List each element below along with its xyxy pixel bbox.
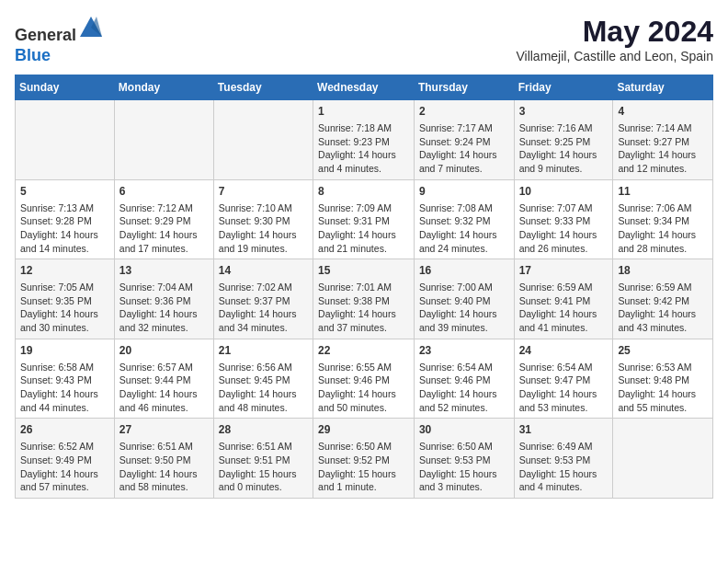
day-info: Sunrise: 7:09 AM Sunset: 9:31 PM Dayligh…	[318, 201, 409, 256]
calendar-cell: 25Sunrise: 6:53 AM Sunset: 9:48 PM Dayli…	[613, 339, 713, 419]
day-info: Sunrise: 7:00 AM Sunset: 9:40 PM Dayligh…	[419, 281, 509, 335]
weekday-header-saturday: Saturday	[613, 75, 713, 100]
day-number: 29	[318, 422, 409, 438]
day-number: 19	[20, 343, 109, 359]
day-info: Sunrise: 7:16 AM Sunset: 9:25 PM Dayligh…	[519, 121, 609, 176]
day-number: 8	[318, 184, 409, 200]
calendar-week-row: 5Sunrise: 7:13 AM Sunset: 9:28 PM Daylig…	[16, 179, 713, 259]
day-info: Sunrise: 7:12 AM Sunset: 9:29 PM Dayligh…	[119, 201, 209, 256]
day-number: 25	[618, 343, 708, 359]
day-number: 1	[318, 104, 409, 120]
day-number: 5	[20, 184, 109, 200]
day-number: 14	[219, 263, 308, 279]
day-info: Sunrise: 6:57 AM Sunset: 9:44 PM Dayligh…	[119, 361, 209, 415]
calendar-cell: 14Sunrise: 7:02 AM Sunset: 9:37 PM Dayli…	[213, 259, 313, 339]
day-number: 16	[419, 263, 509, 279]
day-info: Sunrise: 7:05 AM Sunset: 9:35 PM Dayligh…	[20, 281, 109, 335]
day-number: 9	[419, 184, 509, 200]
day-info: Sunrise: 6:50 AM Sunset: 9:53 PM Dayligh…	[419, 440, 509, 494]
calendar-cell: 19Sunrise: 6:58 AM Sunset: 9:43 PM Dayli…	[16, 339, 115, 419]
calendar-cell: 23Sunrise: 6:54 AM Sunset: 9:46 PM Dayli…	[414, 339, 514, 419]
day-info: Sunrise: 7:08 AM Sunset: 9:32 PM Dayligh…	[419, 201, 509, 256]
day-info: Sunrise: 7:13 AM Sunset: 9:28 PM Dayligh…	[20, 201, 109, 256]
logo-blue: Blue	[15, 46, 51, 64]
page-header: General Blue May 2024 Villamejil, Castil…	[15, 15, 713, 65]
day-number: 7	[219, 184, 308, 200]
weekday-header-friday: Friday	[514, 75, 613, 100]
day-info: Sunrise: 7:04 AM Sunset: 9:36 PM Dayligh…	[119, 281, 209, 335]
weekday-header-monday: Monday	[114, 75, 213, 100]
day-number: 23	[419, 343, 509, 359]
calendar-cell	[114, 100, 213, 180]
day-number: 17	[519, 263, 609, 279]
calendar-cell: 22Sunrise: 6:55 AM Sunset: 9:46 PM Dayli…	[313, 339, 415, 419]
day-number: 22	[318, 343, 409, 359]
calendar-cell: 21Sunrise: 6:56 AM Sunset: 9:45 PM Dayli…	[213, 339, 313, 419]
calendar-cell: 29Sunrise: 6:50 AM Sunset: 9:52 PM Dayli…	[313, 419, 415, 499]
calendar-cell: 2Sunrise: 7:17 AM Sunset: 9:24 PM Daylig…	[414, 100, 514, 180]
calendar-cell: 31Sunrise: 6:49 AM Sunset: 9:53 PM Dayli…	[514, 419, 613, 499]
weekday-header-row: SundayMondayTuesdayWednesdayThursdayFrid…	[16, 75, 713, 100]
calendar-cell: 1Sunrise: 7:18 AM Sunset: 9:23 PM Daylig…	[313, 100, 415, 180]
day-info: Sunrise: 7:18 AM Sunset: 9:23 PM Dayligh…	[318, 121, 409, 176]
subtitle: Villamejil, Castille and Leon, Spain	[516, 49, 713, 63]
calendar-cell: 4Sunrise: 7:14 AM Sunset: 9:27 PM Daylig…	[613, 100, 713, 180]
day-info: Sunrise: 6:54 AM Sunset: 9:46 PM Dayligh…	[419, 361, 509, 415]
calendar-cell: 11Sunrise: 7:06 AM Sunset: 9:34 PM Dayli…	[613, 179, 713, 259]
day-info: Sunrise: 7:02 AM Sunset: 9:37 PM Dayligh…	[219, 281, 308, 335]
day-info: Sunrise: 7:17 AM Sunset: 9:24 PM Dayligh…	[419, 121, 509, 176]
day-number: 2	[419, 104, 509, 120]
calendar-week-row: 26Sunrise: 6:52 AM Sunset: 9:49 PM Dayli…	[16, 419, 713, 499]
weekday-header-thursday: Thursday	[414, 75, 514, 100]
calendar-cell: 26Sunrise: 6:52 AM Sunset: 9:49 PM Dayli…	[16, 419, 115, 499]
day-info: Sunrise: 6:51 AM Sunset: 9:50 PM Dayligh…	[119, 440, 209, 494]
day-info: Sunrise: 6:50 AM Sunset: 9:52 PM Dayligh…	[318, 440, 409, 494]
logo-icon	[78, 15, 104, 40]
logo-general: General	[15, 26, 76, 44]
day-number: 10	[519, 184, 609, 200]
day-info: Sunrise: 6:53 AM Sunset: 9:48 PM Dayligh…	[618, 361, 708, 415]
day-info: Sunrise: 7:10 AM Sunset: 9:30 PM Dayligh…	[219, 201, 308, 256]
calendar-cell: 16Sunrise: 7:00 AM Sunset: 9:40 PM Dayli…	[414, 259, 514, 339]
calendar-cell: 7Sunrise: 7:10 AM Sunset: 9:30 PM Daylig…	[213, 179, 313, 259]
calendar-cell: 30Sunrise: 6:50 AM Sunset: 9:53 PM Dayli…	[414, 419, 514, 499]
day-number: 3	[519, 104, 609, 120]
day-info: Sunrise: 6:49 AM Sunset: 9:53 PM Dayligh…	[519, 440, 609, 494]
day-info: Sunrise: 6:52 AM Sunset: 9:49 PM Dayligh…	[20, 440, 109, 494]
calendar-cell: 13Sunrise: 7:04 AM Sunset: 9:36 PM Dayli…	[114, 259, 213, 339]
day-info: Sunrise: 7:14 AM Sunset: 9:27 PM Dayligh…	[618, 121, 708, 176]
weekday-header-sunday: Sunday	[16, 75, 115, 100]
calendar-table: SundayMondayTuesdayWednesdayThursdayFrid…	[15, 75, 713, 499]
calendar-cell: 12Sunrise: 7:05 AM Sunset: 9:35 PM Dayli…	[16, 259, 115, 339]
day-info: Sunrise: 6:59 AM Sunset: 9:42 PM Dayligh…	[618, 281, 708, 335]
day-info: Sunrise: 7:06 AM Sunset: 9:34 PM Dayligh…	[618, 201, 708, 256]
calendar-cell: 17Sunrise: 6:59 AM Sunset: 9:41 PM Dayli…	[514, 259, 613, 339]
day-number: 28	[219, 422, 308, 438]
calendar-week-row: 19Sunrise: 6:58 AM Sunset: 9:43 PM Dayli…	[16, 339, 713, 419]
day-number: 24	[519, 343, 609, 359]
calendar-cell: 9Sunrise: 7:08 AM Sunset: 9:32 PM Daylig…	[414, 179, 514, 259]
day-info: Sunrise: 6:51 AM Sunset: 9:51 PM Dayligh…	[219, 440, 308, 494]
day-number: 31	[519, 422, 609, 438]
day-number: 18	[618, 263, 708, 279]
calendar-cell: 10Sunrise: 7:07 AM Sunset: 9:33 PM Dayli…	[514, 179, 613, 259]
day-info: Sunrise: 6:54 AM Sunset: 9:47 PM Dayligh…	[519, 361, 609, 415]
day-number: 12	[20, 263, 109, 279]
calendar-cell: 18Sunrise: 6:59 AM Sunset: 9:42 PM Dayli…	[613, 259, 713, 339]
calendar-cell: 27Sunrise: 6:51 AM Sunset: 9:50 PM Dayli…	[114, 419, 213, 499]
weekday-header-tuesday: Tuesday	[213, 75, 313, 100]
calendar-cell: 5Sunrise: 7:13 AM Sunset: 9:28 PM Daylig…	[16, 179, 115, 259]
calendar-cell: 24Sunrise: 6:54 AM Sunset: 9:47 PM Dayli…	[514, 339, 613, 419]
day-number: 4	[618, 104, 708, 120]
calendar-cell: 3Sunrise: 7:16 AM Sunset: 9:25 PM Daylig…	[514, 100, 613, 180]
weekday-header-wednesday: Wednesday	[313, 75, 415, 100]
calendar-week-row: 12Sunrise: 7:05 AM Sunset: 9:35 PM Dayli…	[16, 259, 713, 339]
day-info: Sunrise: 6:56 AM Sunset: 9:45 PM Dayligh…	[219, 361, 308, 415]
day-number: 27	[119, 422, 209, 438]
calendar-cell	[213, 100, 313, 180]
logo: General Blue	[15, 15, 104, 65]
calendar-cell	[16, 100, 115, 180]
calendar-cell: 20Sunrise: 6:57 AM Sunset: 9:44 PM Dayli…	[114, 339, 213, 419]
day-number: 11	[618, 184, 708, 200]
main-title: May 2024	[516, 15, 713, 49]
